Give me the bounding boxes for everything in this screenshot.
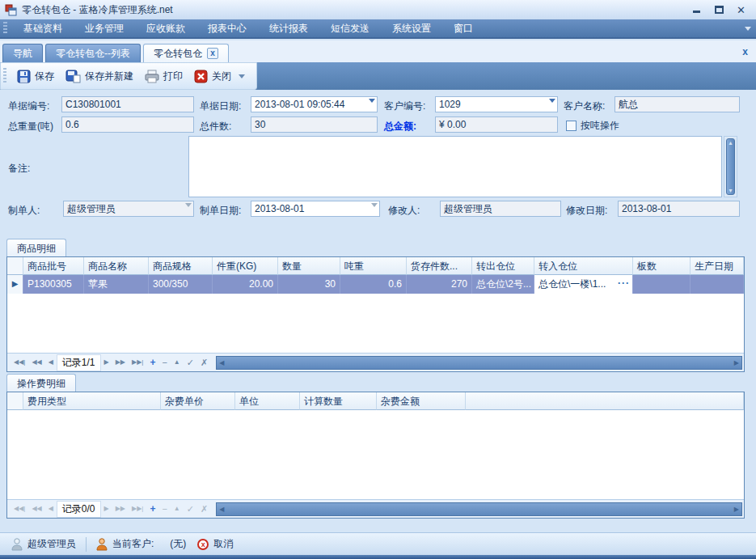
cell-boards[interactable] (633, 275, 691, 294)
scrollbar-thumb[interactable]: ▲ ▼ (726, 138, 735, 195)
tab-product-detail[interactable]: 商品明细 (6, 239, 66, 257)
table-row[interactable]: ▶ P1300305 苹果 300/350 20.00 30 0.6 270 总… (7, 275, 744, 294)
create-date-field[interactable]: 2013-08-01 (251, 201, 380, 217)
doc-date-field[interactable]: 2013-08-01 09:05:44 (251, 96, 378, 112)
col-from-pos[interactable]: 转出仓位 (472, 257, 534, 275)
customer-no-field[interactable]: 1029 (435, 96, 558, 112)
nav-fast-prev-button[interactable]: ◀◀ (28, 354, 44, 371)
menu-item-window[interactable]: 窗口 (442, 19, 484, 38)
close-form-button[interactable]: 关闭 (188, 66, 237, 87)
nav-last-button[interactable]: ▶▶| (129, 354, 146, 371)
col-fee-unit[interactable]: 单位 (235, 392, 300, 410)
col-spec[interactable]: 商品规格 (149, 257, 213, 275)
fee-grid-hscrollbar[interactable]: ◀ ▶ (216, 502, 742, 516)
menu-item-report-center[interactable]: 报表中心 (196, 19, 258, 38)
total-qty-field[interactable]: 30 (251, 116, 378, 133)
col-to-pos[interactable]: 转入仓位 (534, 257, 633, 275)
customer-name-field[interactable]: 航总 (615, 96, 740, 112)
doc-no-field[interactable]: C130801001 (61, 96, 194, 112)
modify-date-field[interactable]: 2013-08-01 (618, 201, 740, 217)
nav-last-button[interactable]: ▶▶| (129, 501, 146, 517)
scroll-down-icon[interactable]: ▼ (727, 188, 734, 193)
creator-field[interactable]: 超级管理员 (63, 201, 194, 217)
dropdown-arrow-icon[interactable] (549, 99, 555, 112)
scroll-right-icon[interactable]: ▶ (734, 359, 739, 366)
menu-item-business[interactable]: 业务管理 (74, 19, 135, 38)
dropdown-arrow-icon[interactable] (369, 99, 375, 112)
scroll-left-icon[interactable]: ◀ (219, 359, 224, 366)
col-prod-date[interactable]: 生产日期 (691, 257, 744, 275)
close-dropdown-button[interactable] (239, 74, 245, 78)
col-ton[interactable]: 吨重 (340, 257, 407, 275)
product-grid-hscrollbar[interactable]: ◀ ▶ (216, 356, 742, 370)
nav-fast-prev-button[interactable]: ◀◀ (28, 501, 44, 517)
col-boards[interactable]: 板数 (633, 257, 691, 275)
by-ton-checkbox[interactable] (566, 121, 577, 131)
col-name[interactable]: 商品名称 (84, 257, 149, 275)
cell-ton[interactable]: 0.6 (340, 275, 407, 294)
cell-unit-weight[interactable]: 20.00 (213, 275, 278, 294)
tab-navigation[interactable]: 导航 (2, 44, 43, 62)
cell-prod-date[interactable] (691, 275, 744, 294)
by-ton-option[interactable]: 按吨操作 (566, 119, 619, 133)
print-button[interactable]: 打印 (139, 66, 188, 87)
nav-add-button[interactable]: + (146, 354, 158, 371)
cell-from-pos[interactable]: 总仓位\2号... (472, 275, 534, 294)
col-stock-qty[interactable]: 货存件数... (407, 257, 472, 275)
nav-prev-button[interactable]: ◀ (45, 354, 57, 371)
nav-prev-button[interactable]: ◀ (45, 501, 57, 517)
tab-transfer-form[interactable]: 零仓转包仓 x (143, 44, 229, 62)
scroll-right-icon[interactable]: ▶ (734, 506, 739, 513)
total-weight-field[interactable]: 0.6 (61, 116, 194, 133)
menu-item-basic-data[interactable]: 基础资料 (12, 19, 74, 38)
nav-next-button[interactable]: ▶ (101, 354, 112, 371)
col-qty[interactable]: 数量 (278, 257, 340, 275)
menu-item-receivables[interactable]: 应收账款 (135, 19, 196, 38)
menu-item-statistics[interactable]: 统计报表 (258, 19, 319, 38)
cell-stock-qty[interactable]: 270 (407, 275, 472, 294)
col-unit-weight[interactable]: 件重(KG) (213, 257, 278, 275)
total-amount-field[interactable]: ¥ 0.00 (435, 116, 558, 133)
menu-overflow-button[interactable] (745, 27, 751, 31)
nav-ok-button[interactable]: ✓ (184, 501, 197, 517)
nav-fast-next-button[interactable]: ▶▶ (112, 354, 129, 371)
nav-edit-button[interactable]: ▲ (171, 501, 184, 517)
col-fee-price[interactable]: 杂费单价 (161, 392, 235, 410)
cell-batch[interactable]: P1300305 (23, 275, 84, 294)
menu-item-sms[interactable]: 短信发送 (319, 19, 381, 38)
col-fee-type[interactable]: 费用类型 (23, 392, 161, 410)
tabstrip-close-button[interactable]: x (742, 46, 748, 57)
scroll-up-icon[interactable]: ▲ (727, 140, 734, 146)
maximize-button[interactable] (714, 5, 725, 15)
scroll-left-icon[interactable]: ◀ (219, 506, 224, 513)
tab-fee-detail[interactable]: 操作费明细 (6, 374, 76, 392)
modifier-field[interactable]: 超级管理员 (440, 201, 561, 217)
nav-remove-button[interactable]: − (158, 354, 170, 371)
col-batch[interactable]: 商品批号 (23, 257, 84, 275)
remark-scrollbar[interactable]: ▲ ▼ (724, 136, 737, 197)
cell-qty[interactable]: 30 (278, 275, 340, 294)
nav-first-button[interactable]: ◀◀| (11, 354, 28, 371)
tab-transfer-list[interactable]: 零仓转包仓--列表 (45, 44, 141, 62)
close-window-button[interactable]: ✕ (737, 5, 748, 15)
nav-ok-button[interactable]: ✓ (184, 354, 197, 371)
nav-edit-button[interactable]: ▲ (171, 354, 184, 371)
cell-spec[interactable]: 300/350 (149, 275, 213, 294)
lookup-ellipsis-button[interactable]: ··· (618, 277, 630, 290)
nav-cancel-button[interactable]: ✗ (197, 354, 211, 371)
remark-textarea[interactable] (188, 136, 722, 197)
minimize-button[interactable] (691, 5, 703, 15)
nav-cancel-button[interactable]: ✗ (197, 501, 211, 517)
cell-name[interactable]: 苹果 (84, 275, 149, 294)
nav-next-button[interactable]: ▶ (101, 501, 112, 517)
save-and-new-button[interactable]: 保存并新建 (60, 66, 139, 87)
nav-add-button[interactable]: + (146, 501, 158, 517)
tab-close-button[interactable]: x (207, 48, 218, 59)
nav-first-button[interactable]: ◀◀| (11, 501, 28, 517)
save-button[interactable]: 保存 (11, 66, 60, 87)
cell-to-pos[interactable]: 总仓位\一楼\1... ··· (534, 275, 633, 294)
nav-fast-next-button[interactable]: ▶▶ (112, 501, 129, 517)
cancel-customer-button[interactable]: x 取消 (197, 537, 233, 551)
col-fee-amount[interactable]: 杂费金额 (377, 392, 466, 410)
col-fee-calc-qty[interactable]: 计算数量 (300, 392, 377, 410)
